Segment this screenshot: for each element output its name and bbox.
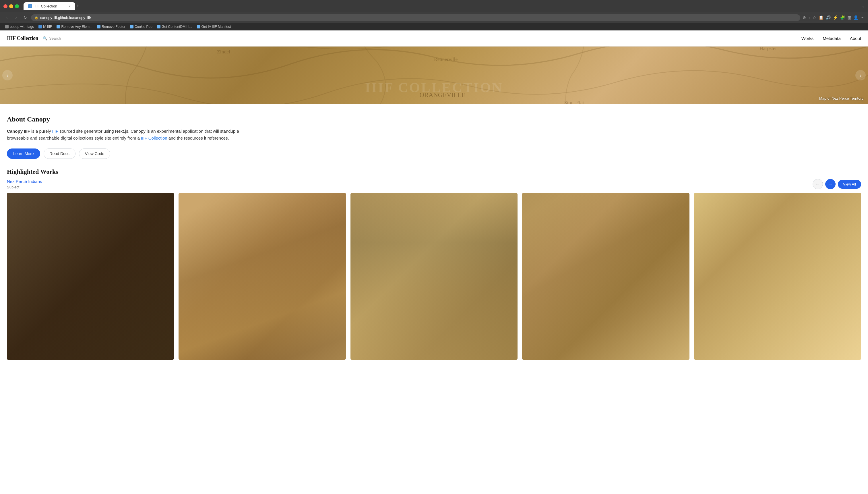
bookmark-label: Get IA IIIF Manifest — [201, 25, 231, 29]
about-collection-link[interactable]: IIIF Collection — [141, 136, 167, 140]
close-window-btn[interactable] — [3, 4, 7, 8]
works-next-btn[interactable]: → — [825, 179, 835, 189]
works-subject-label: Subject — [7, 185, 42, 189]
about-section: About Canopy Canopy IIIF is a purely III… — [0, 104, 258, 168]
new-tab-btn[interactable]: + — [76, 3, 79, 9]
bookmark-label: Get ContentDM III... — [162, 25, 192, 29]
bookmark-ia-manifest[interactable]: Get IA IIIF Manifest — [195, 24, 233, 29]
audio-btn[interactable]: 🔊 — [826, 15, 831, 20]
site-header: IIIF Collection 🔍 Search Works Metadata … — [0, 31, 868, 46]
view-code-btn[interactable]: View Code — [79, 149, 110, 159]
bookmark-label: popup with tags — [10, 25, 34, 29]
bookmark-ia-iiif[interactable]: IA IIIF — [37, 24, 54, 29]
about-description: Canopy IIIF is a purely IIIF sourced sit… — [7, 128, 252, 141]
learn-more-btn[interactable]: Learn More — [7, 149, 40, 159]
about-text-middle: is a purely — [31, 129, 52, 134]
minimize-window-btn[interactable] — [9, 4, 13, 8]
traffic-lights — [3, 4, 19, 8]
bookmark-favicon — [130, 25, 134, 28]
bookmark-remove-any[interactable]: Remove Any Elem... — [55, 24, 94, 29]
menu-btn[interactable]: ⋯ — [861, 15, 865, 20]
bookmark-label: Remove Footer — [102, 25, 125, 29]
about-buttons: Learn More Read Docs View Code — [7, 149, 252, 159]
zoom-btn[interactable]: ⊕ — [803, 15, 806, 20]
sidebar-btn[interactable]: ▦ — [847, 15, 851, 20]
tab-favicon: I — [28, 4, 32, 8]
bookmark-star-btn[interactable]: ☆ — [813, 15, 816, 20]
hero-banner: Wenaha National Zindel Taplino Rennervil… — [0, 46, 868, 104]
tab-bar: I IIIF Collection × + — [23, 2, 860, 10]
extensions-puzzle-btn[interactable]: 🧩 — [840, 15, 845, 20]
highlighted-works-section: Highlighted Works Nez Percé Indians Subj… — [0, 168, 868, 369]
works-grid — [7, 193, 861, 360]
share-btn[interactable]: ↑ — [808, 15, 810, 20]
map-overlay: Wenaha National Zindel Taplino Rennervil… — [0, 46, 868, 104]
browser-titlebar: I IIIF Collection × + ⌄ — [0, 0, 868, 12]
bookmark-favicon — [57, 25, 60, 28]
about-text-end: and the resources it references. — [169, 136, 229, 140]
work-card-2[interactable] — [179, 193, 346, 360]
work-image-2 — [179, 193, 346, 360]
tab-title: IIIF Collection — [35, 4, 57, 8]
bookmark-favicon — [97, 25, 100, 28]
search-label: Search — [49, 36, 61, 40]
svg-text:Rennerville: Rennerville — [434, 56, 457, 62]
hero-caption: Map of Nez Percé Territory — [819, 96, 863, 100]
hero-next-btn[interactable]: › — [855, 70, 866, 80]
svg-text:Stout Flat: Stout Flat — [564, 100, 584, 104]
work-card-5[interactable] — [694, 193, 861, 360]
url-display: canopy-iiif.github.io/canopy-iiif/ — [40, 16, 91, 20]
works-collection-link[interactable]: Nez Percé Indians — [7, 179, 42, 184]
bookmark-favicon — [38, 25, 42, 28]
bookmark-cookie-pop[interactable]: Cookie Pop — [128, 24, 154, 29]
read-docs-btn[interactable]: Read Docs — [44, 149, 76, 159]
work-card-4[interactable] — [522, 193, 689, 360]
hero-prev-btn[interactable]: ‹ — [2, 70, 13, 80]
about-iiif-link[interactable]: IIIF — [52, 129, 59, 134]
bookmark-favicon — [197, 25, 200, 28]
back-btn[interactable]: ‹ — [3, 14, 10, 21]
works-prev-btn[interactable]: ← — [813, 179, 823, 189]
reload-btn[interactable]: ↻ — [22, 14, 29, 21]
svg-text:Zindel: Zindel — [217, 49, 230, 55]
work-image-3 — [351, 193, 517, 360]
work-image-1 — [7, 193, 174, 360]
bookmark-favicon — [5, 25, 8, 28]
works-nav-controls: ← → View All — [813, 179, 861, 189]
forward-btn[interactable]: › — [13, 14, 20, 21]
bookmark-label: IA IIIF — [43, 25, 52, 29]
svg-text:Harpster: Harpster — [760, 46, 777, 51]
bookmark-label: Cookie Pop — [135, 25, 153, 29]
view-all-btn[interactable]: View All — [838, 180, 861, 189]
about-title: About Canopy — [7, 115, 252, 123]
window-controls-chevron: ⌄ — [862, 4, 865, 8]
tab-close-btn[interactable]: × — [68, 4, 71, 8]
bookmark-favicon — [157, 25, 160, 28]
search-icon: 🔍 — [43, 36, 47, 40]
site-search[interactable]: 🔍 Search — [43, 36, 61, 40]
work-card-3[interactable] — [351, 193, 517, 360]
about-canopy-bold: Canopy IIIF — [7, 129, 30, 134]
maximize-window-btn[interactable] — [15, 4, 19, 8]
ssl-lock-icon: 🔒 — [35, 16, 38, 20]
nav-item-metadata[interactable]: Metadata — [823, 36, 841, 41]
bookmark-remove-footer[interactable]: Remove Footer — [95, 24, 127, 29]
address-bar[interactable]: 🔒 canopy-iiif.github.io/canopy-iiif/ — [31, 14, 800, 21]
work-image-5 — [694, 193, 861, 360]
hero-watermark: IIIF COLLECTION — [365, 79, 503, 95]
work-card-1[interactable] — [7, 193, 174, 360]
bookmark-tags[interactable]: popup with tags — [3, 24, 36, 29]
works-header: Nez Percé Indians Subject ← → View All — [7, 179, 861, 189]
work-image-4 — [522, 193, 689, 360]
nav-item-works[interactable]: Works — [802, 36, 813, 41]
nav-item-about[interactable]: About — [850, 36, 861, 41]
active-tab[interactable]: I IIIF Collection × — [23, 2, 75, 10]
browser-window: I IIIF Collection × + ⌄ ‹ › ↻ 🔒 canopy-i… — [0, 0, 868, 31]
extension-btn[interactable]: 📋 — [818, 15, 824, 20]
profile-btn[interactable]: 👤 — [853, 15, 858, 20]
bookmark-label: Remove Any Elem... — [61, 25, 93, 29]
browser-controls: ‹ › ↻ 🔒 canopy-iiif.github.io/canopy-iii… — [0, 12, 868, 23]
works-collection-info: Nez Percé Indians Subject — [7, 179, 42, 189]
extension2-btn[interactable]: ⚡ — [833, 15, 838, 20]
bookmark-contentdm[interactable]: Get ContentDM III... — [155, 24, 194, 29]
